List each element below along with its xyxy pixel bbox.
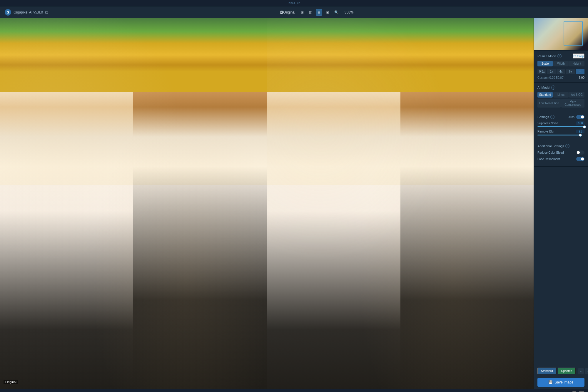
resize-tab-row: Scale Width Height [537,61,584,66]
status-tab-area: Standard Updated ← → [534,365,588,376]
additional-settings-section: Additional Settings ? Reduce Color Bleed… [534,141,588,167]
model-very-compressed[interactable]: Very Compressed [561,99,584,108]
status-tab-updated[interactable]: Updated [558,368,576,374]
main-area: Original [0,18,588,389]
additional-settings-info-icon[interactable]: ? [565,144,569,148]
remove-blur-value: 91 [576,130,584,133]
view-btn-split[interactable]: ◫ [307,9,314,16]
additional-settings-title-row: Additional Settings ? [537,144,569,148]
model-art-cg[interactable]: Art & CG [569,92,584,98]
scale-custom-x[interactable]: × [576,69,584,74]
scissors-icon: ✂ [573,54,576,58]
status-tab-standard[interactable]: Standard [537,368,557,374]
image-icon: 🖼 [280,10,283,14]
status-nav: ← → [578,368,588,374]
panel-spacer [534,167,588,365]
model-low-resolution[interactable]: Low Resolution [537,99,561,108]
additional-settings-title: Additional Settings [537,144,564,148]
zoom-level: 358% [345,10,354,14]
resize-mode-title: Resize Mode [537,54,556,58]
reduce-color-bleed-label: Reduce Color Bleed [537,151,564,154]
person-left [0,92,133,389]
remove-blur-thumb[interactable] [579,134,582,137]
top-bar-center: 🖼 Original ⊞ ◫ ⊟ ▣ 🔍 358% [48,9,583,16]
thumbnail-strip[interactable] [534,18,588,51]
split-icon: ◫ [309,10,312,14]
model-lines[interactable]: Lines [553,92,569,98]
tab-width[interactable]: Width [553,61,569,66]
remove-blur-track[interactable] [537,135,584,135]
view-btn-grid4[interactable]: ⊞ [299,9,305,16]
view-btn-single[interactable]: ▣ [324,9,331,16]
right-panel: Resize Mode ? ✂ Crop Scale Width Height … [534,18,588,389]
people-area-r [267,92,534,389]
right-image-pane[interactable] [267,18,534,389]
scale-4x[interactable]: 4x [557,69,565,74]
app-title: Gigapixel AI v5.8.0+r2 [14,10,48,14]
people-area [0,92,267,389]
suppress-noise-label-row: Suppress Noise 100 [537,121,584,125]
suppress-noise-label: Suppress Noise [537,122,558,125]
custom-scale-row: Custom (0.20-50.00) 3.00 [537,76,584,79]
left-image-pane[interactable]: Original [0,18,267,389]
custom-scale-value: 3.00 [579,76,584,79]
split-container: Original [0,18,534,389]
settings-title: Settings [537,115,549,119]
app-logo: G Gigapixel AI v5.8.0+r2 [5,9,48,16]
settings-title-row: Settings ? [537,115,554,119]
thumbnail-crop-box [564,21,582,46]
status-nav-next[interactable]: → [585,368,588,374]
auto-toggle-row: Auto [568,115,584,119]
watermark-text: RRCG.cn [288,1,300,5]
resize-mode-section: Resize Mode ? ✂ Crop Scale Width Height … [534,51,588,83]
auto-toggle[interactable] [576,115,584,119]
sidebyside-icon: ⊟ [318,10,320,14]
view-btn-original[interactable]: 🖼 Original [278,9,297,16]
tab-height[interactable]: Height [569,61,584,66]
remove-blur-label: Remove Blur [537,130,554,133]
additional-settings-header: Additional Settings ? [537,144,584,148]
ai-model-row2: Low Resolution Very Compressed [537,99,584,108]
save-icon: 💾 [548,380,553,384]
ai-model-title-row: AI Model ? [537,86,555,90]
person-left-r [267,92,400,389]
reduce-color-bleed-toggle[interactable] [576,150,584,155]
view-btn-sidebyside[interactable]: ⊟ [316,9,322,16]
save-image-button[interactable]: 💾 Save Image [537,378,584,387]
status-nav-prev[interactable]: ← [578,368,584,374]
person-right-r [400,92,534,389]
bottom-bar: ✓ courtney-cook-urOLqivYzs-unsplash.jpg … [0,389,588,392]
face-refinement-toggle[interactable] [576,157,584,161]
scale-05x[interactable]: 0.5x [537,69,546,74]
scale-6x[interactable]: 6x [566,69,575,74]
suppress-noise-value: 100 [576,121,584,125]
enhanced-image [267,18,534,389]
zoom-icon: 🔍 [334,10,339,14]
suppress-noise-row: Suppress Noise 100 [537,121,584,127]
custom-scale-label: Custom (0.20-50.00) [537,76,564,79]
top-toolbar: G Gigapixel AI v5.8.0+r2 🖼 Original ⊞ ◫ … [0,6,588,18]
tab-scale[interactable]: Scale [537,61,553,66]
ai-model-title: AI Model [537,86,550,89]
watermark-bar: RRCG.cn [0,0,588,6]
scale-2x[interactable]: 2x [547,69,556,74]
grid4-icon: ⊞ [301,10,304,14]
ai-model-info-icon[interactable]: ? [551,86,555,90]
canvas-area[interactable]: Original [0,18,534,389]
crop-button[interactable]: ✂ Crop [573,53,584,58]
suppress-noise-fill [537,126,584,127]
ai-model-section: AI Model ? Standard Lines Art & CG Low R… [534,83,588,112]
face-refinement-label: Face Refinement [537,158,560,161]
face-refinement-row: Face Refinement [537,157,584,161]
zoom-magnify[interactable]: 🔍 [333,9,340,16]
suppress-noise-thumb[interactable] [583,125,586,128]
settings-section: Settings ? Auto Suppress Noise 100 [534,112,588,141]
section-title-row: Resize Mode ? [537,54,562,58]
resize-mode-info-icon[interactable]: ? [557,54,562,58]
left-pane-label: Original [4,380,18,384]
app-icon: G [5,9,11,16]
settings-info-icon[interactable]: ? [550,115,554,119]
suppress-noise-track[interactable] [537,126,584,127]
person-right [133,92,266,389]
model-standard[interactable]: Standard [537,92,553,98]
